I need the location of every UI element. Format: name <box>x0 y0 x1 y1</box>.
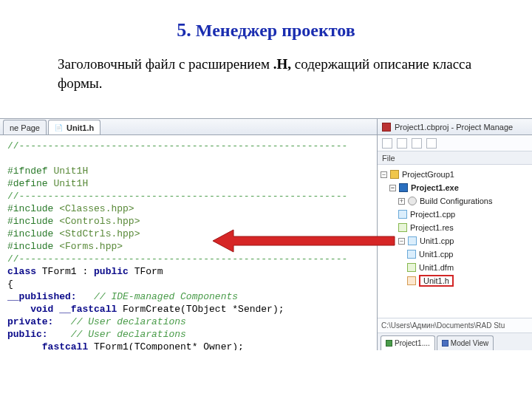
tree-node-res[interactable]: Project1.res <box>381 221 529 234</box>
code-area[interactable]: //--------------------------------------… <box>0 135 377 350</box>
tree-node-build[interactable]: +Build Configurations <box>381 194 529 208</box>
dfm-file-icon <box>407 263 416 272</box>
expand-icon[interactable]: + <box>398 198 405 205</box>
pm-column-header[interactable]: File <box>378 151 532 165</box>
cpp-file-icon <box>407 250 416 259</box>
tree-node-unit1h[interactable]: Unit1.h <box>381 274 529 287</box>
tree-node-unit1cpp[interactable]: Unit1.cpp <box>381 248 529 261</box>
tree-node-group[interactable]: −ProjectGroup1 <box>381 168 529 181</box>
tree-node-unit1dfm[interactable]: Unit1.dfm <box>381 261 529 274</box>
pm-path: C:\Users\Админ\Documents\RAD Stu <box>378 318 532 332</box>
pm-tree[interactable]: −ProjectGroup1 −Project1.exe +Build Conf… <box>378 165 532 318</box>
slide-description: Заголовочный файл с расширением .H, соде… <box>58 55 488 92</box>
h-file-icon <box>407 276 416 285</box>
pm-tab-modelview[interactable]: Model View <box>437 335 494 350</box>
pm-tool-4[interactable] <box>426 138 437 149</box>
code-editor: ne Page 📄 Unit1.h //--------------------… <box>0 118 377 350</box>
expand-icon[interactable]: − <box>389 185 396 191</box>
file-extension: .H, <box>273 56 291 72</box>
pm-tool-2[interactable] <box>397 138 407 149</box>
group-icon <box>390 170 399 179</box>
tab-welcome[interactable]: ne Page <box>3 120 47 134</box>
tree-node-exe[interactable]: −Project1.exe <box>381 181 529 194</box>
pm-tool-3[interactable] <box>412 138 422 149</box>
header-file-icon: 📄 <box>55 123 64 132</box>
ide-screenshot: ne Page 📄 Unit1.h //--------------------… <box>0 118 532 350</box>
square-icon <box>442 340 449 347</box>
square-icon <box>386 340 392 347</box>
pm-app-icon <box>382 123 391 132</box>
slide-title: 5. Менеджер проектов <box>0 19 532 41</box>
editor-tabbar: ne Page 📄 Unit1.h <box>0 119 377 135</box>
pm-bottom-tabs: Project1.... Model View <box>378 332 532 350</box>
slide-number: 5. <box>177 19 191 41</box>
tree-node-projcpp[interactable]: Project1.cpp <box>381 208 529 221</box>
exe-icon <box>399 183 408 192</box>
pm-tool-1[interactable] <box>382 138 392 149</box>
slide-title-text: Менеджер проектов <box>196 21 355 40</box>
pm-tab-project[interactable]: Project1.... <box>381 335 435 350</box>
pm-toolbar <box>378 135 532 151</box>
gear-icon <box>408 197 417 205</box>
res-file-icon <box>398 223 407 232</box>
cpp-file-icon <box>408 236 417 245</box>
project-manager-panel: Project1.cbproj - Project Manage File −P… <box>377 118 532 350</box>
tree-node-unitcpp[interactable]: −Unit1.cpp <box>381 234 529 248</box>
tab-unit1h[interactable]: 📄 Unit1.h <box>48 120 100 134</box>
pm-header: Project1.cbproj - Project Manage <box>378 119 532 135</box>
highlighted-file: Unit1.h <box>419 275 454 287</box>
cpp-file-icon <box>398 210 407 219</box>
expand-icon[interactable]: − <box>381 171 387 178</box>
expand-icon[interactable]: − <box>398 238 405 245</box>
